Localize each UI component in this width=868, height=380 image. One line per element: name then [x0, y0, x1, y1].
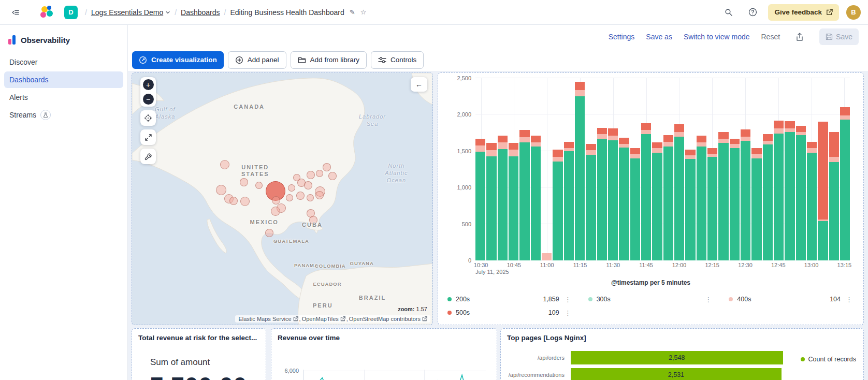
bar[interactable]: [630, 148, 640, 260]
bar[interactable]: [685, 150, 695, 260]
map-bubble[interactable]: [216, 185, 226, 195]
legend-label[interactable]: Count of records: [808, 356, 856, 363]
legend-menu-icon[interactable]: ⋮: [565, 309, 571, 317]
reset-link[interactable]: Reset: [761, 33, 780, 41]
controls-button[interactable]: Controls: [371, 51, 424, 69]
bar[interactable]: [486, 143, 496, 260]
breadcrumb-project[interactable]: Logs Essentials Demo: [91, 8, 170, 17]
map-bubble[interactable]: [288, 184, 295, 192]
bar[interactable]: [652, 142, 662, 260]
sidebar-item-dashboards[interactable]: Dashboards: [4, 71, 123, 88]
map-expand-button[interactable]: [140, 129, 156, 145]
legend-label[interactable]: 300s: [597, 296, 611, 303]
create-visualization-button[interactable]: Create visualization: [132, 51, 224, 69]
bar[interactable]: [796, 126, 806, 260]
bar[interactable]: [519, 130, 529, 260]
map-bubble[interactable]: [316, 170, 323, 177]
user-avatar[interactable]: B: [846, 5, 861, 20]
map-bubble[interactable]: [220, 160, 229, 169]
help-button[interactable]: [744, 4, 761, 21]
share-button[interactable]: [791, 28, 808, 45]
bar[interactable]: [763, 134, 773, 260]
bar[interactable]: [564, 142, 574, 260]
map-bubble[interactable]: [296, 192, 305, 200]
add-panel-button[interactable]: Add panel: [228, 51, 286, 69]
top-pages-panel[interactable]: Top pages [Logs Nginx] /api/orders2,548/…: [500, 328, 864, 380]
map-panel[interactable]: Gulf ofAlaskaCANADALabradorSeaUNITEDSTAT…: [132, 72, 433, 325]
bar[interactable]: [785, 121, 794, 260]
sidebar-item-streams[interactable]: Streams: [4, 107, 123, 123]
map-bubble[interactable]: [286, 194, 293, 201]
bar[interactable]: [807, 142, 817, 260]
bar[interactable]: [663, 135, 673, 260]
map-bubble[interactable]: [304, 181, 312, 189]
legend-label[interactable]: 400s: [737, 296, 751, 303]
bar[interactable]: [774, 121, 784, 260]
bar[interactable]: [840, 107, 850, 260]
bar[interactable]: [707, 148, 717, 260]
map-bubble[interactable]: [309, 216, 317, 224]
collapse-menu-button[interactable]: [7, 4, 24, 21]
bar[interactable]: [741, 129, 750, 260]
attribution-elastic-maps-link[interactable]: Elastic Maps Service: [238, 316, 298, 322]
legend-menu-icon[interactable]: ⋮: [705, 296, 711, 303]
map-bubble[interactable]: [240, 178, 248, 186]
map-zoom-in-button[interactable]: +: [143, 79, 154, 90]
sidebar-item-discover[interactable]: Discover: [4, 54, 123, 70]
bar[interactable]: [730, 139, 740, 260]
top-pages-category-label[interactable]: /api/recommendations: [501, 372, 571, 378]
bar[interactable]: [608, 128, 618, 260]
space-badge[interactable]: D: [64, 6, 78, 19]
add-from-library-button[interactable]: Add from library: [291, 51, 367, 69]
bar[interactable]: [597, 128, 607, 260]
revenue-over-time-panel[interactable]: Revenue over time 6,000 4,000: [271, 328, 497, 380]
map-bubble[interactable]: [265, 229, 273, 237]
map-bubble[interactable]: [240, 197, 250, 206]
bar[interactable]: [751, 148, 761, 260]
bar[interactable]: [641, 123, 651, 260]
bar[interactable]: [674, 124, 684, 260]
map-bubble[interactable]: [229, 197, 238, 205]
map-bubble[interactable]: [328, 172, 337, 180]
bar[interactable]: [542, 253, 552, 260]
bar[interactable]: [531, 136, 541, 260]
map-bubble[interactable]: [255, 182, 263, 189]
bar[interactable]: [586, 144, 596, 260]
save-button[interactable]: Save: [819, 28, 859, 45]
map-tools-button[interactable]: [140, 149, 156, 164]
status-codes-bar-panel[interactable]: 05001,0001,5002,0002,500 July 11, 2025 1…: [438, 72, 864, 325]
map-bubble[interactable]: [315, 191, 324, 199]
top-pages-bar[interactable]: 2,548: [571, 351, 783, 364]
breadcrumb-dashboards[interactable]: Dashboards: [181, 8, 220, 17]
bar[interactable]: [718, 132, 728, 260]
bar[interactable]: [619, 138, 629, 260]
bar[interactable]: [818, 122, 828, 260]
attribution-openstreetmap-link[interactable]: OpenStreetMap contributors: [349, 316, 427, 322]
map-zoom-out-button[interactable]: −: [143, 94, 154, 105]
legend-label[interactable]: 200s: [456, 296, 470, 303]
edit-title-icon[interactable]: ✎: [350, 8, 355, 16]
map-fit-to-data-button[interactable]: [140, 110, 156, 126]
map-bubble[interactable]: [307, 171, 315, 179]
bar[interactable]: [498, 136, 508, 260]
total-revenue-metric-panel[interactable]: Total revenue at risk for the select... …: [132, 328, 266, 380]
bar[interactable]: [509, 143, 518, 260]
bar[interactable]: [575, 82, 585, 260]
map-legend-collapse-button[interactable]: ←: [411, 77, 427, 92]
elastic-logo-icon[interactable]: [40, 6, 54, 19]
legend-menu-icon[interactable]: ⋮: [846, 296, 852, 303]
map-bubble[interactable]: [307, 194, 314, 201]
map-bubble[interactable]: [271, 207, 280, 216]
favorite-star-icon[interactable]: ☆: [360, 8, 367, 16]
legend-menu-icon[interactable]: ⋮: [565, 296, 571, 303]
map-bubble[interactable]: [323, 163, 331, 171]
bar[interactable]: [829, 132, 839, 260]
bar[interactable]: [553, 150, 562, 260]
search-button[interactable]: [720, 4, 737, 21]
bar[interactable]: [475, 139, 485, 260]
sidebar-item-alerts[interactable]: Alerts: [4, 89, 123, 106]
top-pages-bar[interactable]: 2,531: [571, 368, 782, 380]
map-bubble[interactable]: [272, 196, 280, 204]
top-pages-category-label[interactable]: /api/orders: [501, 355, 571, 361]
legend-label[interactable]: 500s: [456, 309, 470, 316]
